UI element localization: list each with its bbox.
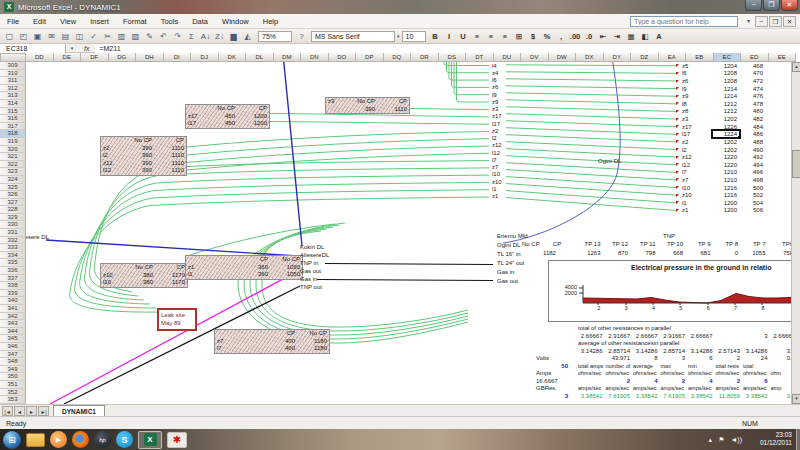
menu-item[interactable]: Format xyxy=(116,15,154,28)
action-center-icon[interactable]: ⚑ xyxy=(718,436,724,444)
row-header[interactable]: 319 xyxy=(0,138,26,146)
gbres-value[interactable]: 3 xyxy=(534,393,576,401)
cell-value[interactable]: 2 xyxy=(714,378,742,386)
cell-value[interactable]: 2.57143 xyxy=(714,348,742,356)
column-header[interactable]: DD xyxy=(26,53,54,62)
row-header[interactable]: 343 xyxy=(0,320,26,328)
row-header[interactable]: 333 xyxy=(0,244,26,252)
cell-value[interactable]: 4 xyxy=(686,378,714,386)
menu-item[interactable]: Data xyxy=(185,15,215,28)
column-header[interactable]: DE xyxy=(54,53,82,62)
row-header[interactable]: 323 xyxy=(0,168,26,176)
row-header[interactable]: 332 xyxy=(0,237,26,245)
row-header[interactable]: 309 xyxy=(0,62,26,70)
menu-item[interactable]: View xyxy=(53,15,83,28)
sort-desc-icon[interactable]: Z↓ xyxy=(213,30,226,43)
zoom-select[interactable]: 75% xyxy=(258,31,292,42)
menu-item[interactable]: File xyxy=(0,15,26,28)
percent-icon[interactable]: % xyxy=(541,30,554,43)
cell-value[interactable]: 3 xyxy=(659,355,687,363)
row-header[interactable]: 336 xyxy=(0,267,26,275)
row-header[interactable]: 339 xyxy=(0,290,26,298)
row-header[interactable]: 315 xyxy=(0,108,26,116)
merge-center-icon[interactable]: ⊞ xyxy=(513,30,526,43)
column-header[interactable]: DK xyxy=(219,53,247,62)
cell-value[interactable]: 7.61905 xyxy=(659,393,687,401)
cell-value[interactable]: 7.61905 xyxy=(604,393,632,401)
ec-value[interactable]: 1216 xyxy=(697,192,737,198)
tab-nav-button[interactable]: ► xyxy=(26,406,37,416)
chevron-down-icon[interactable]: ▾ xyxy=(747,17,750,24)
formula-input[interactable]: =M211 xyxy=(95,44,800,53)
row-header[interactable]: 310 xyxy=(0,70,26,78)
tl16-value[interactable]: 1182 xyxy=(543,250,556,256)
tp-value[interactable]: 1055 xyxy=(741,250,769,256)
column-header[interactable]: EE xyxy=(769,53,797,62)
cell-value[interactable]: 3.14286 xyxy=(686,348,714,356)
ec-value[interactable]: 1208 xyxy=(697,70,737,76)
decrease-decimal-icon[interactable]: .0 xyxy=(583,30,596,43)
row-header[interactable]: 316 xyxy=(0,115,26,123)
minimize-button[interactable]: − xyxy=(745,0,762,11)
ed-value[interactable]: 488 xyxy=(737,139,763,145)
ec-value[interactable]: 1200 xyxy=(697,200,737,206)
taskbar-skype-icon[interactable] xyxy=(116,431,133,448)
cell-value[interactable]: 4 xyxy=(631,378,659,386)
cell-value[interactable]: 2.91667 xyxy=(604,333,632,341)
ec-value[interactable]: 1202 xyxy=(697,147,737,153)
row-header[interactable]: 345 xyxy=(0,335,26,343)
row-header[interactable]: 352 xyxy=(0,389,26,397)
cell-value[interactable]: 43.971 xyxy=(604,355,632,363)
ec-value[interactable]: 1202 xyxy=(697,116,737,122)
row-header[interactable]: 330 xyxy=(0,221,26,229)
taskbar-excel-icon[interactable] xyxy=(138,431,162,449)
row-header[interactable]: 340 xyxy=(0,297,26,305)
taskbar-explorer-icon[interactable] xyxy=(26,433,45,447)
ed-value[interactable]: 474 xyxy=(737,86,763,92)
embedded-chart[interactable]: Electrical pressure in the ground in rel… xyxy=(548,260,800,322)
row-header[interactable]: 321 xyxy=(0,153,26,161)
column-header[interactable]: DF xyxy=(81,53,109,62)
align-left-icon[interactable]: ≡ xyxy=(471,30,484,43)
cell-value[interactable]: 2.85714 xyxy=(604,348,632,356)
cell-value[interactable]: 2.66667 xyxy=(686,333,714,341)
column-header[interactable]: DN xyxy=(301,53,329,62)
cell-value[interactable]: 3.38542 xyxy=(686,393,714,401)
sheet-tab-dynamic1[interactable]: DYNAMIC1 xyxy=(53,405,105,416)
column-header[interactable]: DP xyxy=(356,53,384,62)
column-header[interactable]: DR xyxy=(411,53,439,62)
row-header[interactable]: 337 xyxy=(0,275,26,283)
cell-value[interactable]: 2.91667 xyxy=(659,333,687,341)
row-header[interactable]: 311 xyxy=(0,77,26,85)
column-header[interactable]: DS xyxy=(439,53,467,62)
column-header[interactable]: DH xyxy=(136,53,164,62)
row-header[interactable]: 349 xyxy=(0,366,26,374)
column-header[interactable]: DM xyxy=(274,53,302,62)
ed-value[interactable]: 468 xyxy=(737,63,763,69)
hidden-icons-arrow-icon[interactable]: ▴ xyxy=(709,436,713,444)
row-header[interactable]: 329 xyxy=(0,214,26,222)
ec-value[interactable]: 1214 xyxy=(697,86,737,92)
paste-icon[interactable]: ▨ xyxy=(129,30,142,43)
new-icon[interactable]: ▢ xyxy=(3,30,16,43)
row-header[interactable]: 347 xyxy=(0,351,26,359)
row-header[interactable]: 312 xyxy=(0,85,26,93)
row-header[interactable]: 326 xyxy=(0,191,26,199)
ed-value[interactable]: 498 xyxy=(737,177,763,183)
row-header[interactable]: 335 xyxy=(0,259,26,267)
ec-value[interactable]: 1200 xyxy=(697,207,737,213)
font-color-icon[interactable]: A xyxy=(653,30,666,43)
column-header[interactable]: EB xyxy=(686,53,714,62)
ed-value[interactable]: 478 xyxy=(737,101,763,107)
ed-value[interactable]: 494 xyxy=(737,162,763,168)
chevron-down-icon[interactable]: ▾ xyxy=(66,45,78,51)
copy-icon[interactable]: ▥ xyxy=(115,30,128,43)
column-header[interactable]: DJ xyxy=(191,53,219,62)
cell-value[interactable]: 3.14286 xyxy=(576,348,604,356)
column-header[interactable]: DO xyxy=(329,53,357,62)
doc-minimize-button[interactable]: − xyxy=(755,16,768,27)
taskbar-paint-icon[interactable] xyxy=(167,432,187,448)
help-icon[interactable]: ? xyxy=(295,30,308,43)
cell-value[interactable]: 3.14286 xyxy=(741,348,769,356)
cell-value[interactable]: 8 xyxy=(631,355,659,363)
